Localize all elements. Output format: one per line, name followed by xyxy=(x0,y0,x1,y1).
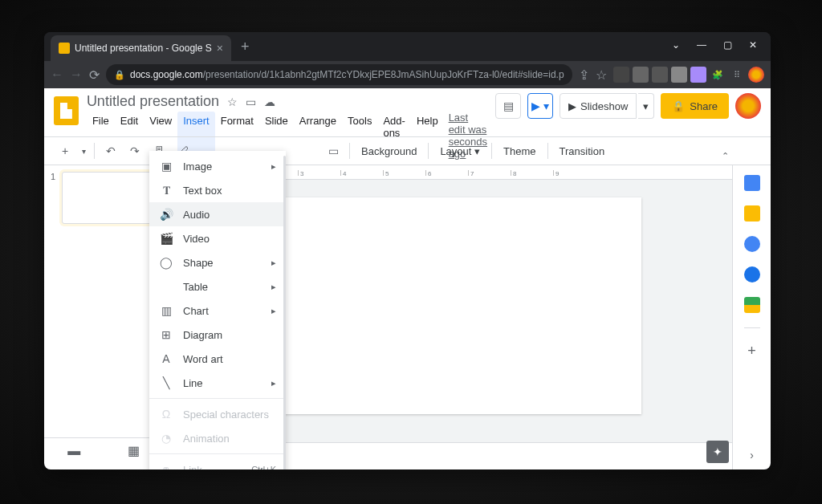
browser-window: Untitled presentation - Google S × + ⌄ —… xyxy=(44,32,771,469)
separator xyxy=(349,143,350,159)
insert-shape[interactable]: ◯Shape▸ xyxy=(149,250,286,274)
google-apps-icon[interactable]: ⠿ xyxy=(729,67,745,83)
back-button[interactable]: ← xyxy=(51,65,63,84)
chevron-down-icon[interactable]: ⌄ xyxy=(663,32,689,58)
separator xyxy=(547,143,548,159)
star-icon[interactable]: ☆ xyxy=(227,96,238,108)
explore-button[interactable]: ✦ xyxy=(706,441,729,463)
profile-avatar[interactable] xyxy=(748,67,764,83)
share-button[interactable]: 🔒Share xyxy=(661,93,729,119)
url-text: docs.google.com/presentation/d/1k1abnh2g… xyxy=(130,69,564,80)
link-icon: ⚭ xyxy=(159,463,173,469)
insert-chart[interactable]: ▥Chart▸ xyxy=(149,299,286,323)
separator xyxy=(149,453,286,454)
tasks-icon[interactable] xyxy=(744,236,760,252)
separator xyxy=(149,398,286,399)
window-controls: ⌄ — ▢ ✕ xyxy=(663,32,766,58)
hide-sidepanel-icon[interactable]: › xyxy=(750,449,754,461)
get-addons-icon[interactable]: + xyxy=(747,343,756,360)
insert-wordart[interactable]: AWord art xyxy=(149,347,286,371)
slides-favicon xyxy=(59,43,70,54)
insert-audio[interactable]: 🔊Audio xyxy=(149,202,286,226)
grid-view-icon[interactable]: ▦ xyxy=(124,441,144,461)
close-window-button[interactable]: ✕ xyxy=(740,32,766,58)
ext-icon-4[interactable] xyxy=(671,67,687,83)
new-slide-dropdown[interactable]: ▾ xyxy=(78,140,89,162)
slideshow-button[interactable]: ▶Slideshow xyxy=(560,93,637,119)
filmstrip-view-icon[interactable]: ▬ xyxy=(64,441,83,461)
bookmark-star-icon[interactable]: ☆ xyxy=(596,65,607,84)
collapse-toolbar-icon[interactable]: ⌃ xyxy=(722,151,729,161)
account-avatar[interactable] xyxy=(735,93,761,119)
slide-thumbnail[interactable] xyxy=(62,172,155,224)
browser-tab[interactable]: Untitled presentation - Google S × xyxy=(51,35,231,61)
wordart-icon: A xyxy=(159,352,173,365)
submenu-arrow-icon: ▸ xyxy=(271,306,276,316)
play-icon: ▶ xyxy=(568,100,576,112)
minimize-button[interactable]: — xyxy=(689,32,714,58)
insert-video[interactable]: 🎬Video xyxy=(149,226,286,250)
separator xyxy=(744,327,760,328)
slide-number: 1 xyxy=(51,172,59,224)
ext-icon-1[interactable] xyxy=(613,67,629,83)
address-bar: ← → ⟳ 🔒 docs.google.com/presentation/d/1… xyxy=(44,61,771,88)
move-folder-icon[interactable]: ▭ xyxy=(246,96,256,108)
shape-icon: ◯ xyxy=(159,256,173,269)
side-panel: + › xyxy=(732,165,771,469)
transition-button[interactable]: Transition xyxy=(553,145,612,157)
slide-canvas[interactable] xyxy=(256,197,641,414)
keep-icon[interactable] xyxy=(744,205,760,222)
new-tab-button[interactable]: + xyxy=(241,39,250,55)
separator xyxy=(94,143,95,159)
redo-button[interactable]: ↷ xyxy=(124,140,146,162)
insert-image[interactable]: ▣Image▸ xyxy=(149,154,286,178)
image-icon: ▣ xyxy=(159,160,173,173)
insert-table[interactable]: Table▸ xyxy=(149,274,286,299)
insert-comment-icon[interactable]: ▭ xyxy=(322,140,344,162)
insert-diagram[interactable]: ⊞Diagram xyxy=(149,323,286,347)
slides-app: Untitled presentation ☆ ▭ ☁ File Edit Vi… xyxy=(44,88,771,469)
insert-textbox[interactable]: 𝐓Text box xyxy=(149,178,286,202)
layout-button[interactable]: Layout ▾ xyxy=(433,145,486,157)
submenu-arrow-icon: ▸ xyxy=(271,258,276,268)
comment-history-button[interactable]: ▤ xyxy=(495,93,521,119)
insert-special-chars: ΩSpecial characters xyxy=(149,402,286,426)
insert-line[interactable]: ╲Line▸ xyxy=(149,371,286,395)
slides-logo-icon[interactable] xyxy=(54,96,79,125)
ext-icon-3[interactable] xyxy=(652,67,668,83)
theme-button[interactable]: Theme xyxy=(497,145,542,157)
close-tab-icon[interactable]: × xyxy=(217,42,223,55)
document-bar: Untitled presentation ☆ ▭ ☁ File Edit Vi… xyxy=(44,88,771,136)
maximize-button[interactable]: ▢ xyxy=(714,32,740,58)
insert-menu-dropdown: ▣Image▸ 𝐓Text box 🔊Audio 🎬Video ◯Shape▸ … xyxy=(149,151,286,469)
doc-actions: ▤ ▶ ▾ ▶Slideshow ▾ 🔒Share xyxy=(495,93,761,119)
calendar-icon[interactable] xyxy=(744,175,760,191)
submenu-arrow-icon: ▸ xyxy=(271,161,276,172)
insert-link: ⚭LinkCtrl+K xyxy=(149,457,286,469)
ext-icon-5[interactable] xyxy=(690,67,706,83)
cloud-status-icon[interactable]: ☁ xyxy=(264,96,275,108)
separator xyxy=(491,143,492,159)
extensions-puzzle-icon[interactable]: 🧩 xyxy=(710,67,726,83)
background-button[interactable]: Background xyxy=(355,145,423,157)
submenu-arrow-icon: ▸ xyxy=(271,282,276,292)
reload-button[interactable]: ⟳ xyxy=(89,65,100,84)
share-url-icon[interactable]: ⇪ xyxy=(579,65,589,84)
ext-icon-2[interactable] xyxy=(633,67,649,83)
kebab-menu-icon[interactable]: ⋮ xyxy=(767,65,771,84)
maps-icon[interactable] xyxy=(744,297,760,313)
diagram-icon: ⊞ xyxy=(159,328,173,341)
meet-present-button[interactable]: ▶ ▾ xyxy=(527,93,553,119)
chart-icon: ▥ xyxy=(159,304,173,317)
forward-button[interactable]: → xyxy=(70,65,83,84)
address-input[interactable]: 🔒 docs.google.com/presentation/d/1k1abnh… xyxy=(106,64,572,85)
slideshow-dropdown[interactable]: ▾ xyxy=(638,93,654,119)
new-slide-button[interactable]: + xyxy=(54,140,76,162)
view-switcher: ▬ ▦ xyxy=(44,437,164,463)
contacts-icon[interactable] xyxy=(744,266,760,282)
undo-button[interactable]: ↶ xyxy=(100,140,122,162)
insert-animation: ◔Animation xyxy=(149,426,286,450)
document-title[interactable]: Untitled presentation xyxy=(87,93,219,110)
slideshow-button-group: ▶Slideshow ▾ xyxy=(560,93,654,119)
textbox-icon: 𝐓 xyxy=(159,184,173,197)
